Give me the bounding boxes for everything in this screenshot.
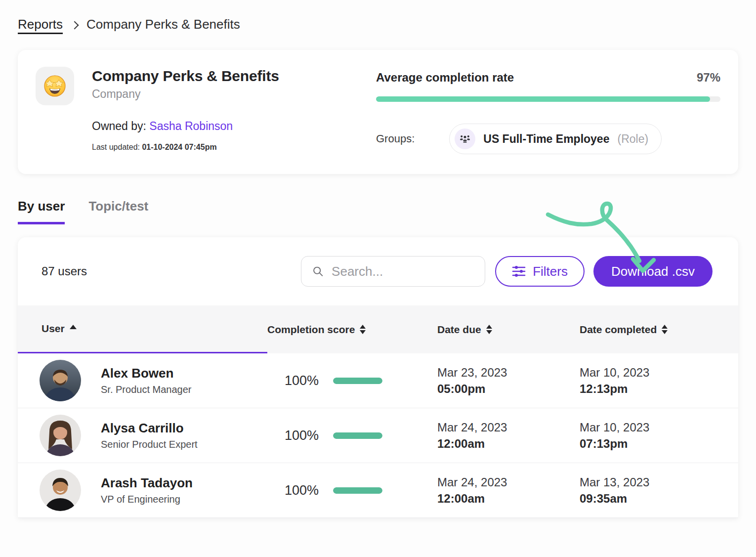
- column-header-user[interactable]: User: [18, 305, 267, 353]
- owned-by-label: Owned by:: [92, 120, 149, 132]
- sort-toggle-icon: [486, 325, 492, 334]
- table-row[interactable]: Arash Tadayon VP of Engineering 100% Mar…: [18, 463, 738, 518]
- avatar: [40, 415, 81, 456]
- column-header-score-label: Completion score: [267, 324, 355, 336]
- column-header-completion-score[interactable]: Completion score: [267, 324, 435, 336]
- date-completed-cell: Mar 10, 2023 12:13pm: [578, 366, 738, 396]
- avg-completion-value: 97%: [697, 71, 720, 85]
- column-header-user-label: User: [42, 323, 65, 335]
- filter-sliders-icon: [512, 265, 526, 278]
- report-tabs: By user Topic/test: [0, 174, 756, 224]
- sort-ascending-icon: [70, 325, 77, 329]
- date-due-cell: Mar 24, 2023 12:00am: [435, 421, 578, 451]
- breadcrumb: Reports Company Perks & Benefits: [0, 0, 756, 32]
- date-completed-date: Mar 13, 2023: [580, 475, 738, 489]
- date-due-date: Mar 24, 2023: [437, 421, 578, 434]
- report-type-label: Company: [92, 87, 279, 101]
- completion-score-bar: [333, 487, 382, 494]
- date-due-date: Mar 24, 2023: [437, 475, 578, 489]
- owner-link[interactable]: Sasha Robinson: [149, 120, 233, 132]
- column-header-date-due[interactable]: Date due: [435, 324, 578, 336]
- completion-score-value: 100%: [285, 373, 333, 388]
- user-name: Alysa Carrillo: [101, 421, 198, 436]
- avg-completion-label: Average completion rate: [376, 71, 514, 85]
- star-struck-emoji-icon: [43, 74, 67, 98]
- user-role: Senior Product Expert: [101, 439, 198, 450]
- report-emoji-tile: [36, 67, 74, 105]
- search-input[interactable]: [332, 264, 476, 279]
- column-header-date-completed-label: Date completed: [580, 324, 657, 336]
- date-completed-time: 07:13pm: [580, 437, 738, 451]
- date-completed-time: 09:35am: [580, 492, 738, 506]
- sort-toggle-icon: [662, 325, 668, 334]
- search-icon: [312, 265, 324, 278]
- sort-toggle-icon: [360, 325, 366, 334]
- filters-button-label: Filters: [533, 264, 568, 279]
- completion-score-bar: [333, 432, 382, 439]
- group-chip-name: US Full-Time Employee: [483, 132, 609, 146]
- report-summary-card: Company Perks & Benefits Company Owned b…: [18, 50, 738, 174]
- report-identity: Company Perks & Benefits Company Owned b…: [36, 67, 376, 154]
- avatar: [40, 360, 81, 401]
- groups-label: Groups:: [376, 132, 415, 145]
- filters-button[interactable]: Filters: [495, 256, 585, 287]
- column-header-date-due-label: Date due: [437, 324, 481, 336]
- completion-score-value: 100%: [285, 428, 333, 443]
- last-updated-line: Last updated: 01-10-2024 07:45pm: [92, 143, 279, 152]
- user-count: 87 users: [42, 264, 87, 278]
- date-due-cell: Mar 23, 2023 05:00pm: [435, 366, 578, 396]
- avg-completion-progress-fill: [376, 96, 710, 102]
- user-role: VP of Engineering: [101, 494, 193, 505]
- people-group-icon: [455, 129, 475, 149]
- completion-score-value: 100%: [285, 483, 333, 498]
- date-due-time: 12:00am: [437, 437, 578, 451]
- completion-score-bar: [333, 378, 382, 384]
- user-name: Arash Tadayon: [101, 475, 193, 491]
- report-title: Company Perks & Benefits: [92, 68, 279, 85]
- date-due-date: Mar 23, 2023: [437, 366, 578, 380]
- table-row[interactable]: Alex Bowen Sr. Product Manager 100% Mar …: [18, 353, 738, 408]
- table-header-row: User Completion score Date due Date comp…: [18, 305, 738, 353]
- avatar: [40, 470, 81, 511]
- breadcrumb-reports-link[interactable]: Reports: [18, 17, 63, 32]
- tab-by-user[interactable]: By user: [18, 199, 65, 224]
- date-completed-date: Mar 10, 2023: [580, 366, 738, 380]
- search-box[interactable]: [301, 256, 485, 287]
- owned-by-line: Owned by: Sasha Robinson: [92, 120, 279, 133]
- group-chip-role-suffix: (Role): [617, 132, 648, 146]
- last-updated-value: 01-10-2024 07:45pm: [142, 143, 216, 151]
- date-due-time: 12:00am: [437, 492, 578, 506]
- table-row[interactable]: Alysa Carrillo Senior Product Expert 100…: [18, 408, 738, 463]
- date-completed-date: Mar 10, 2023: [580, 421, 738, 434]
- date-completed-cell: Mar 10, 2023 07:13pm: [578, 421, 738, 451]
- last-updated-label: Last updated:: [92, 143, 142, 151]
- breadcrumb-current-page: Company Perks & Benefits: [86, 17, 240, 32]
- avg-completion-progressbar: [376, 96, 720, 102]
- date-completed-cell: Mar 13, 2023 09:35am: [578, 475, 738, 506]
- date-due-cell: Mar 24, 2023 12:00am: [435, 475, 578, 506]
- tab-topic-test[interactable]: Topic/test: [88, 199, 148, 224]
- date-due-time: 05:00pm: [437, 382, 578, 396]
- download-csv-button[interactable]: Download .csv: [593, 256, 713, 287]
- table-toolbar: 87 users Filters Download .csv: [18, 256, 738, 287]
- users-table-card: 87 users Filters Download .csv User Comp…: [18, 237, 738, 518]
- column-header-date-completed[interactable]: Date completed: [578, 324, 738, 336]
- group-chip-us-full-time-employee[interactable]: US Full-Time Employee (Role): [449, 124, 662, 154]
- user-role: Sr. Product Manager: [101, 384, 191, 395]
- date-completed-time: 12:13pm: [580, 382, 738, 396]
- chevron-right-icon: [71, 21, 79, 29]
- user-name: Alex Bowen: [101, 366, 191, 381]
